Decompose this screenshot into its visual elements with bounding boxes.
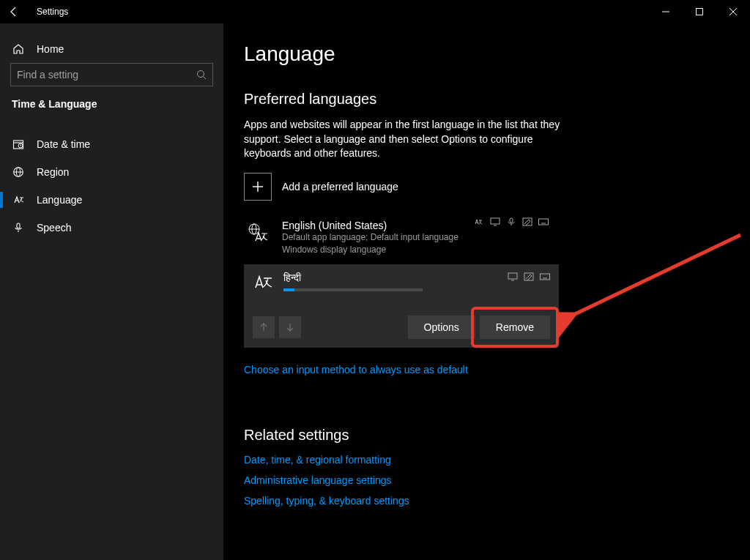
related-link-date[interactable]: Date, time, & regional formatting <box>244 454 391 466</box>
handwriting-icon <box>524 272 534 280</box>
nav-home-label: Home <box>37 43 64 55</box>
language-row-english[interactable]: English (United States) Default app lang… <box>244 215 552 261</box>
nav-item-label: Speech <box>37 222 71 234</box>
svg-rect-22 <box>539 219 549 225</box>
svg-line-5 <box>204 77 207 80</box>
globe-icon <box>12 165 25 179</box>
nav-home[interactable]: Home <box>0 35 223 63</box>
display-icon <box>508 272 518 280</box>
sidebar: Home Time & Language Date & time <box>0 23 223 560</box>
window-title: Settings <box>37 7 68 17</box>
svg-rect-1 <box>697 9 703 15</box>
search-icon <box>196 70 207 80</box>
home-icon <box>12 42 25 56</box>
handwriting-icon <box>522 217 532 225</box>
microphone-icon <box>12 221 25 234</box>
svg-rect-27 <box>508 273 517 279</box>
svg-rect-30 <box>541 274 550 280</box>
svg-point-4 <box>198 71 204 78</box>
language-sub1: Default app language; Default input lang… <box>282 231 552 244</box>
svg-rect-18 <box>491 218 500 224</box>
language-globe-icon <box>244 220 272 247</box>
preferred-heading: Preferred languages <box>244 91 750 108</box>
maximize-button[interactable] <box>683 0 716 23</box>
svg-rect-20 <box>510 218 513 223</box>
add-language-label: Add a preferred language <box>282 181 398 193</box>
language-row-hindi[interactable]: हिन्दी Options Remove <box>244 264 559 348</box>
input-method-link[interactable]: Choose an input method to always use as … <box>244 364 468 376</box>
related-heading: Related settings <box>244 427 750 444</box>
nav-item-label: Date & time <box>37 138 90 150</box>
calendar-clock-icon <box>12 138 25 151</box>
nav-item-label: Region <box>37 166 69 178</box>
move-down-button[interactable] <box>279 316 301 338</box>
nav-category: Time & Language <box>0 92 223 122</box>
nav-region[interactable]: Region <box>0 158 223 186</box>
nav-item-label: Language <box>37 194 82 206</box>
text-to-speech-icon <box>474 217 484 225</box>
remove-button[interactable]: Remove <box>480 316 550 339</box>
nav-language[interactable]: Language <box>0 186 223 214</box>
close-button[interactable] <box>716 0 750 23</box>
language-sub2: Windows display language <box>282 244 552 256</box>
plus-icon <box>244 173 272 201</box>
nav-speech[interactable]: Speech <box>0 214 223 242</box>
nav-date-time[interactable]: Date & time <box>0 130 223 158</box>
search-box[interactable] <box>10 63 213 86</box>
titlebar: Settings <box>0 0 750 23</box>
options-button[interactable]: Options <box>408 316 475 339</box>
back-button[interactable] <box>6 4 22 20</box>
language-feature-badges <box>474 217 549 225</box>
related-link-admin[interactable]: Administrative language settings <box>244 474 392 486</box>
keyboard-icon <box>540 272 550 280</box>
related-link-spelling[interactable]: Spelling, typing, & keyboard settings <box>244 495 409 507</box>
display-icon <box>490 217 500 225</box>
content: Language Preferred languages Apps and we… <box>223 23 750 560</box>
language-char-icon <box>253 272 275 294</box>
language-feature-badges <box>508 272 550 280</box>
page-title: Language <box>244 42 750 66</box>
speech-icon <box>506 217 516 225</box>
move-up-button[interactable] <box>253 316 275 338</box>
search-input[interactable] <box>17 69 196 81</box>
preferred-desc: Apps and websites will appear in the fir… <box>244 118 566 161</box>
svg-rect-12 <box>17 223 20 228</box>
keyboard-icon <box>538 217 549 225</box>
window-controls <box>649 0 750 23</box>
download-progress <box>283 288 423 291</box>
minimize-button[interactable] <box>649 0 683 23</box>
language-icon <box>12 193 25 206</box>
add-language-row[interactable]: Add a preferred language <box>244 173 750 201</box>
